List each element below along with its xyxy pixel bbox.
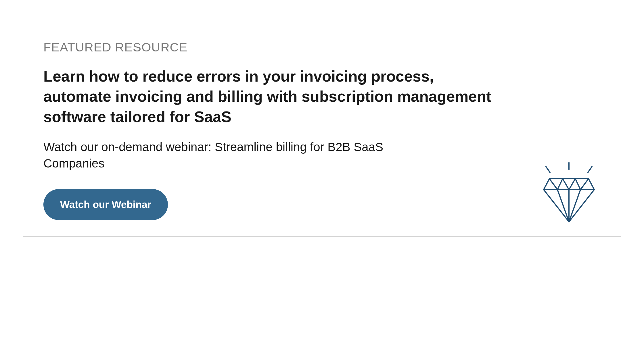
svg-line-7 [557,179,563,190]
subheading: Watch our on-demand webinar: Streamline … [43,139,446,172]
svg-line-1 [546,167,550,172]
headline: Learn how to reduce errors in your invoi… [43,66,503,127]
diamond-icon [537,161,601,225]
svg-line-5 [549,179,557,190]
svg-line-10 [575,179,580,190]
watch-webinar-button[interactable]: Watch our Webinar [43,189,168,220]
svg-line-2 [588,167,592,172]
svg-line-9 [569,179,575,190]
eyebrow-label: FEATURED RESOURCE [43,40,601,54]
svg-line-11 [557,190,569,222]
svg-line-8 [563,179,569,190]
svg-line-12 [569,190,580,222]
svg-line-6 [580,179,589,190]
featured-resource-card: FEATURED RESOURCE Learn how to reduce er… [23,17,621,237]
